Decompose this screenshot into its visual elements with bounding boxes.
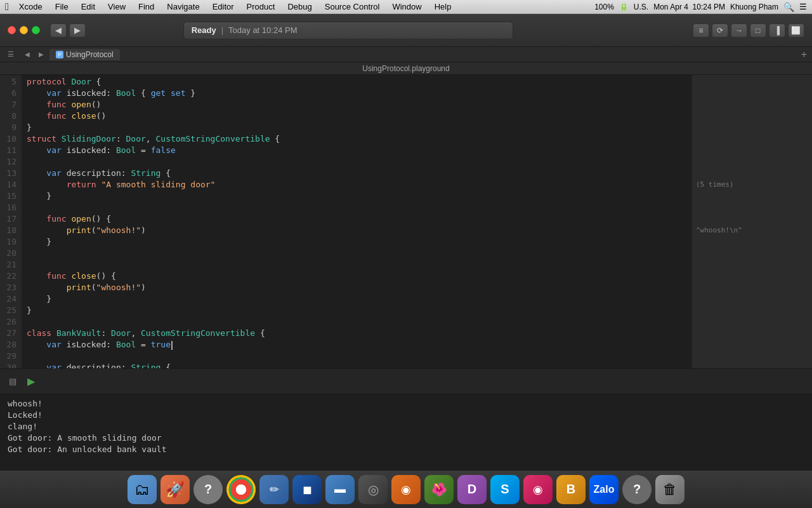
back-button[interactable]: ◀ [50,23,67,37]
status-separator: | [221,25,223,35]
playground-icon: P [56,51,63,58]
tab-bar: ☰ ◀ ▶ P UsingProtocol + [0,47,812,62]
grid-icon[interactable]: ☰ [5,50,16,60]
add-tab-button[interactable]: + [801,50,807,60]
dock-app8[interactable]: ◎ [358,475,388,504]
dock-app9[interactable]: ◉ [391,475,421,504]
refresh-icon[interactable]: ⟳ [712,23,728,37]
menu-window[interactable]: Window [387,2,426,11]
forward-button[interactable]: ▶ [69,23,86,37]
view-single-icon[interactable]: □ [750,23,766,37]
menu-debug[interactable]: Debug [282,2,317,11]
tab-forward-icon[interactable]: ▶ [36,50,47,60]
battery-level: 100% [594,3,614,11]
content-area: 56789 1011121314 1516171819 2021222324 2… [0,75,812,470]
dock-zalo[interactable]: Zalo [589,475,619,504]
title-bar: UsingProtocol.playground [0,62,812,75]
align-left-icon[interactable]: ≡ [693,23,709,37]
menu-view[interactable]: View [103,2,131,11]
console-line-4: Got door: A smooth sliding door [8,432,804,444]
traffic-lights [8,26,40,34]
result-line-18: "whoosh!\n" [692,225,812,236]
dock: 🗂 🚀 ? ✏ ◼ ▬ ◎ ◉ 🌺 D S [0,470,812,508]
status-time: Today at 10:24 PM [228,25,297,35]
console-line-5: Got door: An unlocked bank vault [8,444,804,455]
console-line-3: clang! [8,421,804,432]
console-output: whoosh! Locked! clang! Got door: A smoot… [0,394,812,470]
dock-trash[interactable]: 🗑 [655,475,684,504]
console-toggle-icon[interactable]: ▤ [6,375,19,388]
dock-bear[interactable]: B [556,475,586,504]
results-panel: (5 times) "whoosh!\n" [691,75,812,368]
editor-section: 56789 1011121314 1516171819 2021222324 2… [0,75,812,368]
close-button[interactable] [8,26,16,34]
menu-extra-icon[interactable]: ☰ [799,2,807,11]
tab-using-protocol[interactable]: P UsingProtocol [49,49,120,60]
dock-app6[interactable]: ◼ [292,475,322,504]
menu-product[interactable]: Product [242,2,280,11]
minimize-button[interactable] [20,26,28,34]
dock-finder[interactable]: 🗂 [128,475,157,504]
menu-navigate[interactable]: Navigate [162,2,204,11]
console-line-2: Locked! [8,410,804,421]
menu-source-control[interactable]: Source Control [320,2,385,11]
result-line-14: (5 times) [692,179,812,190]
dock-chrome[interactable] [226,475,256,504]
dock-launchpad[interactable]: 🚀 [160,475,190,504]
run-button[interactable]: ▶ [24,375,38,389]
dock-dictionary[interactable]: D [457,475,487,504]
toolbar-nav: ◀ ▶ [50,23,86,37]
status-bar: Ready | Today at 10:24 PM [183,22,513,39]
code-editor[interactable]: 56789 1011121314 1516171819 2021222324 2… [0,75,812,368]
dock-help2[interactable]: ? [622,475,652,504]
line-numbers: 56789 1011121314 1516171819 2021222324 2… [0,75,22,368]
menu-right-area: 100% 🔋 U.S. Mon Apr 4 10:24 PM Khuong Ph… [594,2,807,12]
arrow-right-icon[interactable]: → [731,23,747,37]
console-bar: ▤ ▶ [0,368,812,394]
tab-label: UsingProtocol [66,50,114,59]
console-line-1: whoosh! [8,398,804,410]
dock-app5[interactable]: ✏ [259,475,289,504]
dock-help[interactable]: ? [193,475,223,504]
menu-xcode[interactable]: Xcode [14,2,48,11]
ready-status: Ready [192,25,216,35]
input-method: U.S. [634,3,648,11]
view-full-icon[interactable]: ⬜ [788,23,804,37]
search-icon[interactable]: 🔍 [783,2,794,12]
menu-help[interactable]: Help [429,2,457,11]
menu-edit[interactable]: Edit [76,2,100,11]
dock-keynote[interactable]: ▬ [325,475,355,504]
tab-back-icon[interactable]: ◀ [22,50,33,60]
battery-icon: 🔋 [619,3,629,11]
toolbar: ◀ ▶ Ready | Today at 10:24 PM ≡ ⟳ → □ ▐ … [0,14,812,47]
username: Khuong Pham [730,3,778,11]
view-split-icon[interactable]: ▐ [769,23,785,37]
toolbar-right-buttons: ≡ ⟳ → □ ▐ ⬜ [693,23,804,37]
menu-find[interactable]: Find [133,2,159,11]
datetime: Mon Apr 4 10:24 PM [653,3,725,11]
dock-skype[interactable]: S [490,475,520,504]
apple-menu[interactable]:  [5,1,9,13]
menu-bar:  Xcode File Edit View Find Navigate Edi… [0,0,812,14]
maximize-button[interactable] [32,26,40,34]
menu-editor[interactable]: Editor [207,2,239,11]
dock-photos[interactable]: 🌺 [424,475,454,504]
code-content[interactable]: protocol Door { var isLocked: Bool { get… [22,75,691,368]
dock-app13[interactable]: ◉ [523,475,553,504]
file-title: UsingProtocol.playground [362,64,449,73]
menu-file[interactable]: File [50,2,74,11]
